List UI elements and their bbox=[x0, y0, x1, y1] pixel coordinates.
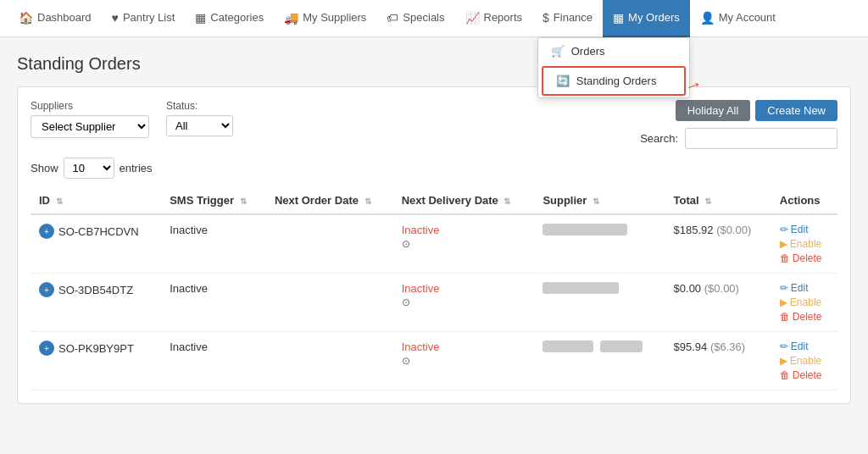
status-select[interactable]: All Active Inactive bbox=[166, 115, 233, 136]
chart-icon: 📈 bbox=[465, 11, 480, 25]
row2-supplier bbox=[534, 274, 665, 332]
nav-specials[interactable]: 🏷 Specials bbox=[376, 0, 454, 37]
sort-icon-order-date: ⇅ bbox=[364, 197, 371, 206]
search-row: Search: bbox=[640, 128, 837, 149]
row3-sms-trigger: Inactive bbox=[161, 332, 266, 390]
entries-label: entries bbox=[120, 162, 153, 174]
cart-icon: 🛒 bbox=[551, 45, 565, 58]
table-row: + SO-PK9BY9PT Inactive Inactive ⊙ bbox=[31, 332, 837, 390]
page-title: Standing Orders bbox=[17, 54, 851, 74]
row1-enable-link[interactable]: ▶ Enable bbox=[780, 238, 829, 250]
suppliers-filter-group: Suppliers Select Supplier bbox=[31, 100, 149, 138]
col-sms-trigger[interactable]: SMS Trigger ⇅ bbox=[161, 187, 266, 214]
row3-actions-cell: ✏ Edit ▶ Enable 🗑 Delete bbox=[780, 340, 829, 381]
row2-total: $0.00 ($0.00) bbox=[665, 274, 771, 332]
row2-actions: ✏ Edit ▶ Enable 🗑 Delete bbox=[771, 274, 837, 332]
grid-icon: ▦ bbox=[195, 11, 206, 25]
row2-next-order-date bbox=[266, 274, 393, 332]
sort-icon-id: ⇅ bbox=[56, 197, 63, 206]
nav-my-orders[interactable]: ▦ My Orders bbox=[603, 0, 690, 37]
nav-my-account[interactable]: 👤 My Account bbox=[690, 0, 786, 37]
refresh-icon: 🔄 bbox=[556, 75, 570, 87]
main-content: Standing Orders Suppliers Select Supplie… bbox=[0, 37, 868, 454]
clock-icon-1: ⊙ bbox=[402, 238, 526, 250]
row1-supplier bbox=[534, 214, 665, 274]
sort-icon-sms: ⇅ bbox=[240, 197, 247, 206]
table-row: + SO-CB7HCDVN Inactive Inactive ⊙ $18 bbox=[31, 214, 837, 274]
clock-icon-2: ⊙ bbox=[402, 296, 526, 308]
row3-delete-link[interactable]: 🗑 Delete bbox=[780, 369, 829, 381]
table-row: + SO-3DB54DTZ Inactive Inactive ⊙ $0. bbox=[31, 274, 837, 332]
supplier-blurred-3b bbox=[600, 340, 643, 352]
orders-dropdown-menu: 🛒 Orders 🔄 Standing Orders bbox=[537, 37, 690, 98]
col-supplier[interactable]: Supplier ⇅ bbox=[534, 187, 665, 214]
orders-icon: ▦ bbox=[613, 11, 624, 25]
status-label: Status: bbox=[166, 100, 233, 112]
row3-enable-link[interactable]: ▶ Enable bbox=[780, 355, 829, 367]
row1-edit-link[interactable]: ✏ Edit bbox=[780, 224, 829, 235]
dropdown-orders[interactable]: 🛒 Orders bbox=[538, 38, 689, 64]
sort-icon-delivery-date: ⇅ bbox=[504, 197, 510, 206]
table-body: + SO-CB7HCDVN Inactive Inactive ⊙ $18 bbox=[31, 214, 837, 390]
user-icon: 👤 bbox=[700, 11, 715, 25]
col-actions: Actions bbox=[771, 187, 837, 214]
clock-icon-3: ⊙ bbox=[402, 355, 526, 367]
row3-supplier bbox=[534, 332, 665, 390]
search-input[interactable] bbox=[685, 128, 837, 149]
nav-reports[interactable]: 📈 Reports bbox=[455, 0, 533, 37]
suppliers-label: Suppliers bbox=[31, 100, 149, 112]
dropdown-standing-orders[interactable]: 🔄 Standing Orders bbox=[542, 66, 686, 96]
home-icon: 🏠 bbox=[19, 11, 33, 25]
search-label: Search: bbox=[640, 132, 678, 145]
row1-next-order-date bbox=[266, 214, 393, 274]
nav-categories[interactable]: ▦ Categories bbox=[185, 0, 274, 37]
col-id[interactable]: ID ⇅ bbox=[31, 187, 161, 214]
table-header: ID ⇅ SMS Trigger ⇅ Next Order Date ⇅ Nex… bbox=[31, 187, 837, 214]
supplier-select[interactable]: Select Supplier bbox=[31, 115, 149, 138]
row1-total: $185.92 ($0.00) bbox=[665, 214, 771, 274]
status-filter-group: Status: All Active Inactive bbox=[166, 100, 233, 136]
row3-order-id: + SO-PK9BY9PT bbox=[39, 340, 153, 356]
action-buttons-group: Holiday All Create New Search: bbox=[640, 100, 837, 149]
row2-edit-link[interactable]: ✏ Edit bbox=[780, 282, 829, 294]
dollar-icon: $ bbox=[542, 11, 549, 25]
row3-actions: ✏ Edit ▶ Enable 🗑 Delete bbox=[771, 332, 837, 390]
row3-total: $95.94 ($6.36) bbox=[665, 332, 771, 390]
col-total[interactable]: Total ⇅ bbox=[665, 187, 771, 214]
row3-next-delivery-date: Inactive ⊙ bbox=[393, 332, 535, 390]
nav-my-suppliers[interactable]: 🚚 My Suppliers bbox=[274, 0, 376, 37]
row2-id-icon: + bbox=[39, 282, 54, 297]
row1-delete-link[interactable]: 🗑 Delete bbox=[780, 252, 829, 264]
nav-dashboard[interactable]: 🏠 Dashboard bbox=[8, 0, 102, 37]
row1-order-id: + SO-CB7HCDVN bbox=[39, 224, 153, 239]
create-new-button[interactable]: Create New bbox=[755, 100, 837, 121]
orders-table: ID ⇅ SMS Trigger ⇅ Next Order Date ⇅ Nex… bbox=[31, 187, 837, 390]
col-next-delivery-date[interactable]: Next Delivery Date ⇅ bbox=[393, 187, 535, 214]
row3-id-icon: + bbox=[39, 340, 54, 356]
row2-actions-cell: ✏ Edit ▶ Enable 🗑 Delete bbox=[780, 282, 829, 323]
row1-next-delivery-date: Inactive ⊙ bbox=[393, 214, 535, 274]
sort-icon-total: ⇅ bbox=[704, 197, 711, 206]
supplier-blurred-3a bbox=[542, 340, 593, 352]
row3-edit-link[interactable]: ✏ Edit bbox=[780, 340, 829, 352]
nav-finance[interactable]: $ Finance bbox=[532, 0, 603, 37]
row2-enable-link[interactable]: ▶ Enable bbox=[780, 296, 829, 308]
truck-icon: 🚚 bbox=[284, 11, 298, 25]
row1-id-icon: + bbox=[39, 224, 54, 239]
row2-id-cell: + SO-3DB54DTZ bbox=[31, 274, 161, 332]
row3-next-order-date bbox=[266, 332, 393, 390]
heart-icon: ♥ bbox=[112, 11, 119, 25]
show-label: Show bbox=[31, 162, 58, 174]
filters-row: Suppliers Select Supplier Status: All Ac… bbox=[31, 100, 837, 149]
row1-id-cell: + SO-CB7HCDVN bbox=[31, 214, 161, 274]
standing-orders-panel: Suppliers Select Supplier Status: All Ac… bbox=[17, 86, 851, 404]
row3-id-cell: + SO-PK9BY9PT bbox=[31, 332, 161, 390]
sort-icon-supplier: ⇅ bbox=[593, 197, 599, 206]
holiday-all-button[interactable]: Holiday All bbox=[676, 100, 751, 121]
col-next-order-date[interactable]: Next Order Date ⇅ bbox=[266, 187, 393, 214]
entries-select[interactable]: 10 25 50 100 bbox=[64, 158, 114, 179]
row1-sms-trigger: Inactive bbox=[161, 214, 266, 274]
row2-delete-link[interactable]: 🗑 Delete bbox=[780, 311, 829, 323]
nav-my-orders-dropdown[interactable]: ▦ My Orders 🛒 Orders 🔄 Standing Orders bbox=[603, 0, 690, 37]
nav-pantry-list[interactable]: ♥ Pantry List bbox=[102, 0, 186, 37]
